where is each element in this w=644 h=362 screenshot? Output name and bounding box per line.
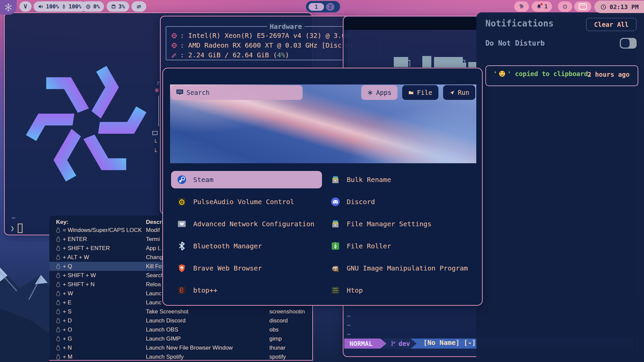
keybind-key: + N: [56, 345, 72, 351]
discord-icon: [331, 197, 340, 206]
app-item-bulk-rename[interactable]: Bulk Rename: [325, 171, 476, 188]
empty-line-tilde: ~: [347, 330, 351, 338]
clock-widget[interactable]: 02:13 PM: [594, 1, 644, 13]
cpu-widget[interactable]: 0%: [81, 1, 104, 12]
speaker-icon: [38, 4, 44, 9]
super-key-icon: [56, 336, 60, 342]
nixos-logo: [22, 60, 150, 187]
app-item-network[interactable]: Advanced Network Configuration: [171, 215, 322, 233]
fastfetch-fragment: ┌: [156, 79, 160, 85]
super-key-icon: [56, 309, 60, 314]
keyring-widget[interactable]: [514, 1, 529, 12]
shell-prompt: ❯: [10, 224, 14, 232]
bell-badge-dot: [540, 3, 543, 5]
tab-apps[interactable]: Apps: [361, 85, 397, 100]
keybind-key: + ENTER: [56, 236, 87, 243]
keys-icon: [519, 4, 525, 10]
memory-widget[interactable]: 3%: [107, 1, 129, 12]
notification-timestamp: 2 hours ago: [587, 71, 630, 78]
notification-card[interactable]: '' copied to clipboard. 2 hours ago: [485, 65, 638, 86]
super-key-icon: [56, 273, 60, 278]
pixel-art-block: [407, 60, 410, 67]
gpu-icon: [171, 42, 177, 49]
keybind-description: Kill Fo: [146, 263, 162, 270]
keybind-key: + D: [56, 317, 72, 324]
keybind-row: + STake Screenshotscreenshootin: [49, 307, 312, 316]
file-roller-icon: [331, 241, 340, 251]
app-item-file-roller[interactable]: File Roller: [325, 237, 476, 255]
folder-icon: [408, 90, 414, 96]
file-cabinet-icon: [331, 219, 340, 229]
app-item-file-manager-settings[interactable]: File Manager Settings: [325, 215, 476, 233]
app-item-pulseaudio[interactable]: PulseAudio Volume Control: [171, 193, 322, 210]
super-key-icon: [56, 345, 60, 351]
tray-widget[interactable]: [574, 1, 591, 12]
app-item-bluetooth[interactable]: Bluetooth Manager: [171, 237, 322, 255]
power-widget[interactable]: [558, 1, 572, 12]
window-fragment-icon: [152, 131, 158, 135]
clear-all-button[interactable]: Clear All: [586, 18, 637, 31]
nix-menu-button[interactable]: [0, 0, 17, 15]
keybind-description: Chang: [146, 254, 163, 261]
eye-slash-icon: [136, 4, 142, 10]
htop-icon: [331, 286, 340, 295]
top-bar: V 100% 100% 0% 3% 1 2 1 02:13 PM: [0, 0, 644, 13]
snowflake-fragment-icon: ❄: [155, 86, 159, 94]
git-branch-icon: [390, 340, 396, 347]
keybind-key: + ALT + W: [56, 254, 89, 261]
keyboard-layout-widget[interactable]: V: [19, 1, 32, 12]
empty-line-tilde: ~: [347, 321, 351, 329]
keybind-key: + S: [56, 308, 71, 315]
app-item-discord[interactable]: Discord: [325, 193, 476, 210]
power-icon: [562, 4, 568, 9]
app-item-steam[interactable]: Steam: [171, 171, 322, 188]
keybind-description: Launch Spotify: [146, 354, 183, 360]
tab-run[interactable]: Run: [443, 85, 475, 100]
idle-inhibitor-widget[interactable]: [131, 1, 146, 12]
pixel-art-block: [394, 57, 408, 67]
audio-widget[interactable]: 100% 100%: [34, 1, 86, 12]
keybind-key: + W: [56, 290, 73, 297]
app-item-gimp[interactable]: GNU Image Manipulation Program: [325, 259, 476, 277]
pixel-art-block: [444, 63, 466, 67]
terminal-cursor[interactable]: [18, 224, 22, 233]
app-item-btop[interactable]: btop++: [171, 282, 322, 299]
btop-icon: [177, 286, 186, 295]
dnd-toggle[interactable]: [620, 38, 637, 49]
hardware-cpu-line: : Intel(R) Xeon(R) E5-2697A v4 (32) @ 3.…: [180, 32, 350, 39]
keybind-description: Launch New File Browser Window: [146, 345, 233, 351]
search-input[interactable]: [171, 85, 303, 100]
keybind-key: + G: [56, 336, 72, 342]
app-launcher-window[interactable]: Apps File Run Steam PulseAudio Volume Co…: [162, 68, 483, 306]
laughing-emoji-icon: [499, 70, 505, 77]
snowflake-icon: [367, 90, 373, 96]
keybind-description: Launch OBS: [146, 326, 178, 333]
workspaces-widget: 1 2: [306, 1, 340, 12]
notifications-widget[interactable]: 1: [532, 1, 552, 12]
keybind-row: + GLaunch GIMPgimp: [49, 334, 312, 343]
clock-icon: [600, 4, 606, 10]
super-key-icon: [56, 227, 60, 233]
notifications-panel: Notifications Clear All Do Not Disturb '…: [476, 12, 644, 362]
brave-icon: [177, 263, 186, 273]
super-key-icon: [56, 263, 60, 269]
steam-icon: [177, 175, 186, 184]
keybind-row: + MLaunch Spotifyspotify: [49, 352, 312, 361]
super-key-icon: [56, 300, 60, 305]
keybind-command: gimp: [269, 336, 282, 342]
pulseaudio-icon: [177, 197, 186, 206]
tab-file[interactable]: File: [402, 85, 438, 100]
nix-snowflake-icon: [4, 3, 13, 12]
super-key-icon: [56, 236, 60, 242]
app-item-brave[interactable]: Brave Web Browser: [171, 259, 322, 277]
cpu-icon: [171, 33, 177, 39]
workspace-2[interactable]: 2: [326, 3, 334, 11]
keybind-row: + DLaunch Discorddiscord: [49, 316, 312, 325]
network-port-icon: [177, 219, 186, 229]
super-key-icon: [56, 291, 60, 296]
search-bar[interactable]: [171, 85, 303, 100]
keybind-description: Take Screenshot: [146, 308, 189, 315]
hardware-gpu-line: : AMD Radeon RX 6600 XT @ 0.03 GHz [Disc…: [180, 42, 354, 49]
workspace-1[interactable]: 1: [309, 3, 324, 11]
app-item-htop[interactable]: Htop: [325, 282, 476, 299]
